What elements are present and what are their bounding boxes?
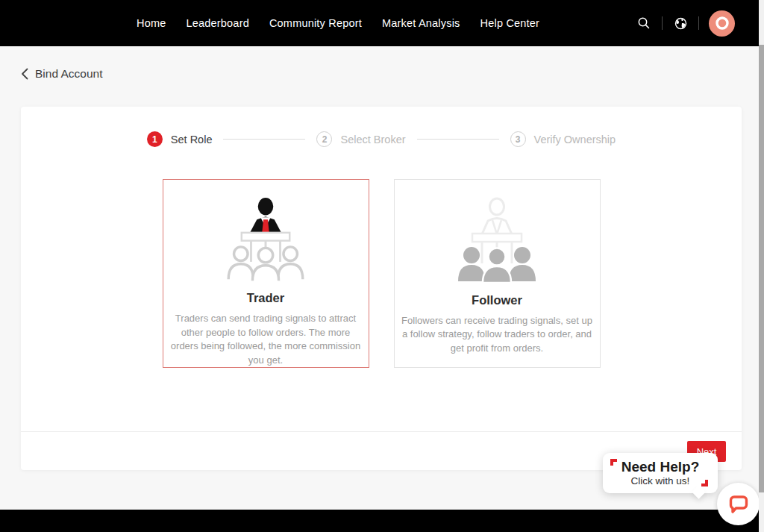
follower-audience-icon <box>445 196 549 286</box>
step-select-broker: 2 Select Broker <box>316 131 405 147</box>
user-avatar[interactable] <box>709 10 735 37</box>
step-label: Select Broker <box>340 134 405 145</box>
role-card-follower[interactable]: Follower Followers can receive trading s… <box>394 179 601 368</box>
role-title: Trader <box>247 291 284 305</box>
step-number-badge: 1 <box>147 131 163 147</box>
role-title: Follower <box>472 293 522 307</box>
footer-bar <box>0 510 759 532</box>
nav-item-leaderboard[interactable]: Leaderboard <box>186 17 248 29</box>
role-description: Followers can receive trading signals, s… <box>401 314 592 355</box>
step-number-badge: 2 <box>316 131 332 147</box>
nav-item-help-center[interactable]: Help Center <box>480 17 540 29</box>
top-nav: Home Leaderboard Community Report Market… <box>0 0 759 46</box>
role-card-trader[interactable]: Trader Traders can send trading signals … <box>163 179 369 368</box>
help-title: Need Help? <box>621 460 700 475</box>
globe-icon[interactable] <box>672 15 689 31</box>
step-number-badge: 3 <box>510 131 526 147</box>
corner-mark-icon <box>701 480 708 486</box>
step-connector <box>223 139 305 140</box>
chevron-left-icon <box>21 68 28 80</box>
step-connector <box>417 139 499 140</box>
breadcrumb[interactable]: Bind Account <box>21 67 102 81</box>
tooltip-tail <box>692 485 705 498</box>
role-description: Traders can send trading signals to attr… <box>170 312 361 367</box>
page-title: Bind Account <box>35 67 102 81</box>
nav-right-controls <box>636 0 735 46</box>
step-label: Verify Ownership <box>534 134 616 145</box>
nav-item-community-report[interactable]: Community Report <box>269 17 362 29</box>
nav-item-home[interactable]: Home <box>137 17 166 29</box>
page: Home Leaderboard Community Report Market… <box>0 0 764 532</box>
nav-menu: Home Leaderboard Community Report Market… <box>137 17 539 29</box>
chat-bubble-icon <box>727 493 750 516</box>
step-set-role: 1 Set Role <box>147 131 213 147</box>
scrollbar-thumb[interactable] <box>759 45 764 492</box>
help-tooltip[interactable]: Need Help? Click with us! <box>603 453 718 493</box>
nav-divider <box>662 16 663 30</box>
role-selection: Trader Traders can send trading signals … <box>21 179 742 368</box>
stepper: 1 Set Role 2 Select Broker 3 Verify Owne… <box>21 131 742 147</box>
live-chat-button[interactable] <box>717 483 760 525</box>
step-label: Set Role <box>171 134 213 145</box>
trader-podium-icon <box>213 196 318 284</box>
bind-account-card: 1 Set Role 2 Select Broker 3 Verify Owne… <box>21 107 742 470</box>
search-icon[interactable] <box>636 15 652 31</box>
nav-item-market-analysis[interactable]: Market Analysis <box>382 17 460 29</box>
nav-divider <box>698 16 699 30</box>
scrollbar-track[interactable] <box>759 0 764 532</box>
corner-mark-icon <box>610 459 617 466</box>
help-subtitle: Click with us! <box>631 475 690 486</box>
step-verify-ownership: 3 Verify Ownership <box>510 131 616 147</box>
